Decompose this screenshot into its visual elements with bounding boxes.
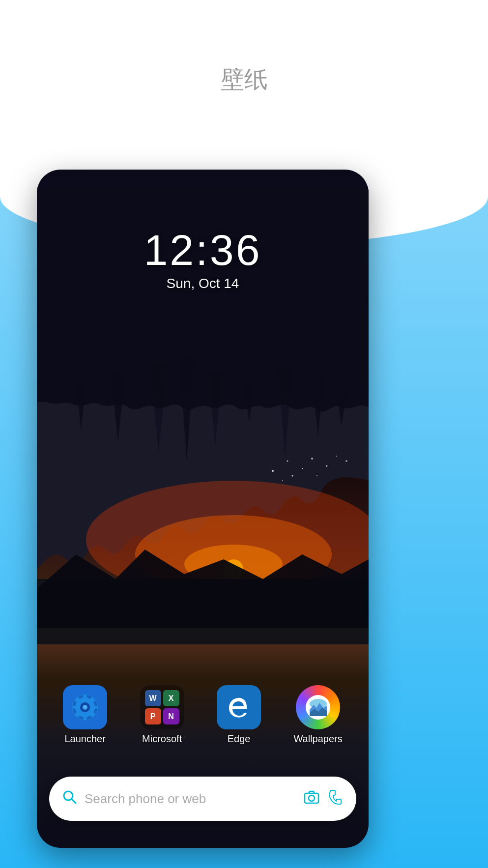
search-actions [304,789,344,809]
svg-point-7 [302,468,303,469]
camera-search-icon[interactable] [304,789,319,809]
clock-time: 12:36 [37,229,369,272]
phone-frame: 12:36 Sun, Oct 14 [37,170,369,848]
ms-onenote-icon: N [163,708,179,724]
app-microsoft[interactable]: W X P N Microsoft [140,685,184,745]
svg-point-10 [336,456,337,457]
page-title: 壁纸 [0,64,488,95]
ms-excel-icon: X [163,690,179,706]
search-icon [61,789,77,809]
svg-point-11 [345,460,347,462]
edge-icon[interactable] [217,685,261,729]
svg-point-8 [311,458,313,460]
search-bar[interactable]: Search phone or web [49,777,356,821]
svg-point-6 [287,461,288,462]
app-icons-row: Launcher W X P N [37,685,369,745]
app-launcher[interactable]: Launcher [63,685,107,745]
edge-logo-icon [223,692,255,723]
app-edge[interactable]: Edge [217,685,261,745]
ms-powerpoint-icon: P [145,708,161,724]
edge-label: Edge [228,733,251,745]
app-wallpapers[interactable]: Wallpapers [293,685,342,745]
voice-search-icon[interactable] [329,789,344,809]
wallpapers-icon[interactable] [296,685,340,729]
landscape-icon [310,699,327,716]
svg-line-23 [72,799,76,803]
search-placeholder[interactable]: Search phone or web [85,791,304,807]
microsoft-folder-icon[interactable]: W X P N [140,685,184,729]
launcher-label: Launcher [65,733,106,745]
clock-display: 12:36 Sun, Oct 14 [37,229,369,291]
ms-word-icon: W [145,690,161,706]
svg-point-9 [326,465,328,467]
clock-date: Sun, Oct 14 [37,276,369,291]
svg-point-14 [316,475,317,476]
svg-point-25 [309,795,315,801]
launcher-icon[interactable] [63,685,107,729]
wallpapers-inner [306,695,330,720]
svg-point-5 [272,470,274,472]
svg-point-12 [282,480,283,481]
wallpapers-label: Wallpapers [293,733,342,745]
gear-icon [70,693,100,722]
svg-point-18 [84,706,86,709]
svg-point-13 [292,475,293,477]
microsoft-label: Microsoft [142,733,182,745]
